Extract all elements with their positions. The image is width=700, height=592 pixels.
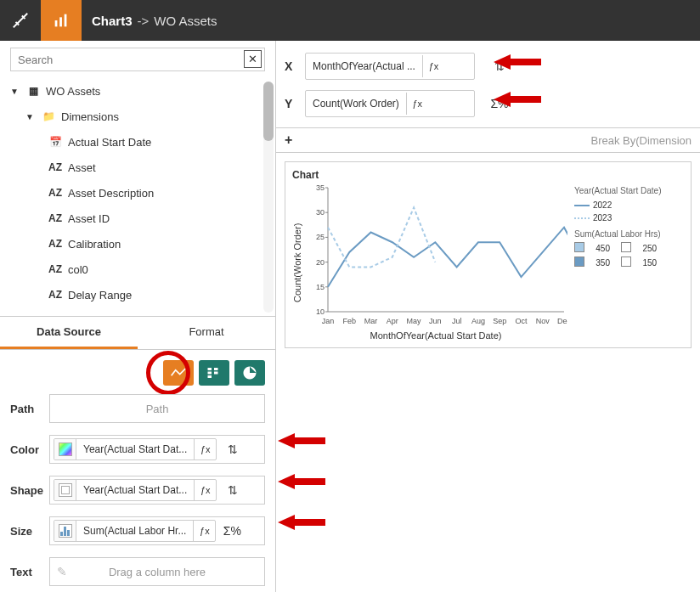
scrollbar-thumb[interactable] <box>263 82 274 141</box>
date-icon: 📅 <box>48 136 63 148</box>
x-axis-label: X <box>285 59 296 73</box>
folder-icon: 📁 <box>41 110 56 122</box>
plus-icon: + <box>285 132 298 148</box>
x-axis-value: MonthOfYear(Actual ... <box>306 60 422 72</box>
break-by-drop[interactable]: + Break By(Dimension <box>276 127 700 153</box>
tree-item[interactable]: AZAsset Description <box>3 180 272 206</box>
shelf-label-size: Size <box>10 525 49 538</box>
text-icon: AZ <box>48 263 63 275</box>
text-icon: AZ <box>48 238 63 250</box>
page-title: Chart3 -> WO Assets <box>82 14 217 28</box>
annotation-arrow <box>278 513 325 532</box>
chart-title: Chart <box>292 169 684 181</box>
chart-view-button[interactable] <box>41 0 82 41</box>
topbar: Chart3 -> WO Assets <box>0 0 700 41</box>
svg-text:Oct: Oct <box>515 317 528 325</box>
sort-icon[interactable]: ⇅ <box>488 59 511 73</box>
svg-text:Dec: Dec <box>557 317 567 325</box>
chart-legend: Year(Actual Start Date) 2022 2023 Sum(Ac… <box>567 184 661 341</box>
color-swatch-icon <box>54 438 76 460</box>
svg-text:Apr: Apr <box>387 317 398 325</box>
title-arrow: -> <box>138 14 150 28</box>
svg-text:Mar: Mar <box>364 317 378 325</box>
text-icon: AZ <box>48 289 63 301</box>
chart-name: Chart3 <box>92 14 133 28</box>
svg-text:May: May <box>407 317 422 325</box>
app-menu-button[interactable] <box>0 0 41 41</box>
annotation-arrow <box>278 472 325 491</box>
chart-plot: 101520253035JanFebMarAprMayJunJulAugSepO… <box>304 184 567 329</box>
svg-text:30: 30 <box>316 208 325 217</box>
shelf-color-value: Year(Actual Start Dat... <box>76 443 194 455</box>
shelf-label-text: Text <box>10 566 49 578</box>
text-icon: AZ <box>48 212 63 224</box>
sort-icon[interactable]: ⇅ <box>222 443 244 456</box>
sort-icon[interactable]: ⇅ <box>222 483 244 497</box>
data-tree: ▼ ▦ WO Assets ▼ 📁 Dimensions 📅Actual Sta… <box>0 78 275 307</box>
svg-rect-3 <box>208 368 212 370</box>
shelf-shape-drop[interactable]: Year(Actual Start Dat... ƒx ⇅ <box>49 476 265 505</box>
svg-text:Jul: Jul <box>452 317 462 325</box>
svg-rect-5 <box>208 375 212 378</box>
shelf-label-color: Color <box>10 443 49 456</box>
tree-root[interactable]: ▼ ▦ WO Assets <box>3 78 272 104</box>
y-axis-label: Y <box>285 97 296 110</box>
shelf-color-drop[interactable]: Year(Actual Start Dat... ƒx ⇅ <box>49 435 265 464</box>
fx-icon[interactable]: ƒx <box>406 93 428 115</box>
svg-rect-4 <box>208 372 212 375</box>
sigma-icon[interactable]: Σ% <box>221 524 243 538</box>
svg-rect-0 <box>55 20 58 26</box>
svg-text:Jan: Jan <box>322 317 335 325</box>
chart-type-line-button[interactable] <box>163 360 194 386</box>
tab-data-source[interactable]: Data Source <box>0 317 138 349</box>
chart-type-pie-button[interactable] <box>234 360 265 386</box>
shape-swatch-icon <box>54 479 76 501</box>
source-name: WO Assets <box>154 14 217 28</box>
svg-rect-2 <box>65 14 67 27</box>
chart-type-stack-button[interactable] <box>199 360 229 386</box>
chart-ylabel: Count(Work Order) <box>292 184 304 341</box>
search-input[interactable] <box>10 48 265 71</box>
fx-icon[interactable]: ƒx <box>194 438 216 460</box>
fx-icon[interactable]: ƒx <box>422 55 444 77</box>
text-icon: AZ <box>48 187 63 199</box>
svg-text:15: 15 <box>316 283 325 291</box>
shelf-size-drop[interactable]: Sum(Actual Labor Hr... ƒx Σ% <box>49 516 265 545</box>
shelf-label-path: Path <box>10 403 49 415</box>
tree-item[interactable]: 📅Actual Start Date <box>3 129 272 155</box>
svg-text:20: 20 <box>316 258 325 267</box>
close-icon[interactable]: ✕ <box>244 50 262 68</box>
size-swatch-icon <box>54 520 76 542</box>
tree-group-dimensions[interactable]: ▼ 📁 Dimensions <box>3 104 272 129</box>
chart-xlabel: MonthOfYear(Actual Start Date) <box>304 330 567 341</box>
svg-text:35: 35 <box>316 184 325 192</box>
svg-marker-36 <box>278 433 325 448</box>
tab-format[interactable]: Format <box>138 317 275 349</box>
shelf-shape-value: Year(Actual Start Dat... <box>76 484 194 496</box>
tree-item[interactable]: AZDelay Range <box>3 282 272 307</box>
tree-item[interactable]: AZCalibration <box>3 231 272 257</box>
svg-rect-7 <box>214 372 218 375</box>
tree-item[interactable]: AZAsset <box>3 155 272 180</box>
svg-rect-1 <box>59 17 62 26</box>
tree-item[interactable]: AZAsset ID <box>3 206 272 231</box>
shelf-label-shape: Shape <box>10 484 49 497</box>
fx-icon[interactable]: ƒx <box>193 520 215 542</box>
shelf-text-drop[interactable]: ✎ Drag a column here <box>49 557 265 586</box>
y-axis-pill[interactable]: Count(Work Order) ƒx <box>305 90 475 117</box>
svg-marker-38 <box>278 515 325 530</box>
text-icon: AZ <box>48 161 63 173</box>
shelf-path-drop[interactable]: Path <box>49 394 265 423</box>
chart-preview: Chart Count(Work Order) 101520253035JanF… <box>285 161 692 348</box>
svg-text:Aug: Aug <box>471 317 485 325</box>
svg-rect-6 <box>214 368 218 370</box>
svg-text:Sep: Sep <box>493 317 506 325</box>
tree-item[interactable]: AZcol0 <box>3 257 272 282</box>
x-axis-pill[interactable]: MonthOfYear(Actual ... ƒx <box>305 53 475 80</box>
svg-marker-37 <box>278 474 325 489</box>
svg-text:10: 10 <box>316 307 325 316</box>
fx-icon[interactable]: ƒx <box>194 479 216 501</box>
sigma-icon[interactable]: Σ% <box>488 97 511 110</box>
svg-text:25: 25 <box>316 233 325 241</box>
svg-text:Feb: Feb <box>343 317 357 325</box>
